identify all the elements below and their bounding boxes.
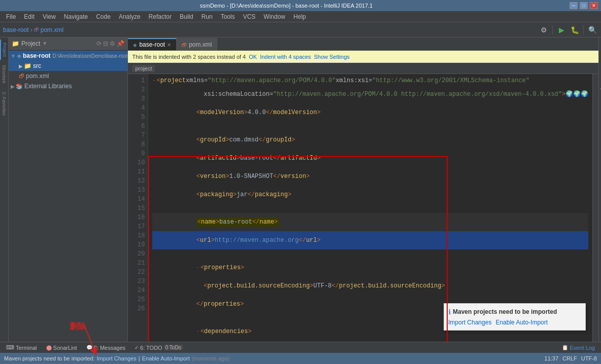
lib-icon: 📚 — [16, 83, 23, 90]
maven-popup-header: ℹ Maven projects need to be imported — [448, 308, 581, 316]
tree-item-pom-xml[interactable]: 🗗 pom.xml — [9, 71, 127, 81]
code-line-1: -<project xmlns="http://maven.apache.org… — [152, 76, 588, 85]
module-icon: ◈ — [17, 52, 21, 59]
status-time: 11:37 — [545, 355, 559, 361]
structure-tab-icon[interactable]: Structure — [1, 62, 8, 87]
toolbar-sep2 — [583, 25, 584, 34]
tab-pom-icon: 🗗 — [182, 42, 187, 48]
status-message: Maven projects need to be imported: — [4, 355, 95, 361]
editor-breadcrumb-project-tag: project — [132, 65, 155, 72]
favorites-tab-icon[interactable]: 2: Favorites — [1, 89, 8, 119]
menu-code[interactable]: Code — [92, 12, 115, 21]
menu-help[interactable]: Help — [289, 12, 310, 21]
maximize-button[interactable]: □ — [580, 2, 588, 9]
maven-popup-auto-link[interactable]: Enable Auto-Import — [495, 319, 548, 326]
menu-window[interactable]: Window — [259, 12, 289, 21]
notification-indent[interactable]: Indent with 4 spaces — [260, 54, 311, 60]
expand-arrow-ext: ▶ — [11, 84, 15, 89]
right-sidebar: Database Maven Projects Ant Build — [598, 38, 601, 342]
menu-edit[interactable]: Edit — [20, 12, 39, 21]
toolbar: base-root › 🗗 pom.xml ⚙ ▶ 🐛 🔍 — [0, 22, 601, 38]
menu-vcs[interactable]: VCS — [239, 12, 260, 21]
tab-base-root[interactable]: ◈ base-root ✕ — [128, 38, 177, 50]
project-tree: ▼ ◈ base-root D:\Ares\idea\ssmDemo\base-… — [9, 50, 127, 321]
maven-popup-import-link[interactable]: Import Changes — [448, 319, 491, 326]
menu-analyze[interactable]: Analyze — [115, 12, 145, 21]
toolbar-search-btn[interactable]: 🔍 — [587, 24, 598, 35]
code-line-9 — [152, 204, 588, 213]
window-controls: ─ □ ✕ — [570, 2, 598, 9]
maven-popup-title: Maven projects need to be imported — [453, 308, 557, 315]
toolbar-settings-btn[interactable]: ⚙ — [538, 24, 549, 35]
project-collapse-icon[interactable]: ⊟ — [103, 40, 108, 47]
code-editor[interactable]: 1 2 3 4 5 6 7 8 9 10 11 12 13 14 15 16 1… — [128, 74, 598, 342]
status-right: 11:37 CRLF UTF-8 — [545, 355, 597, 361]
notification-text: This file is indented with 2 spaces inst… — [132, 54, 246, 60]
menu-build[interactable]: Build — [176, 12, 197, 21]
menu-file[interactable]: File — [2, 12, 20, 21]
sonar-label: SonarLint — [53, 345, 77, 351]
status-left: Maven projects need to be imported: Impo… — [4, 355, 229, 361]
line-numbers: 1 2 3 4 5 6 7 8 9 10 11 12 13 14 15 16 1… — [128, 74, 148, 342]
menu-refactor[interactable]: Refactor — [145, 12, 176, 21]
menu-navigate[interactable]: Navigate — [60, 12, 92, 21]
breadcrumb-root[interactable]: base-root — [3, 26, 29, 33]
tree-item-ext-libs[interactable]: ▶ 📚 External Libraries — [9, 81, 127, 91]
project-dropdown-icon[interactable]: ▼ — [42, 41, 47, 46]
menu-bar: File Edit View Navigate Code Analyze Ref… — [0, 11, 601, 22]
status-time-ago: (moments ago) — [192, 355, 229, 361]
editor-scrollbar[interactable] — [592, 74, 598, 342]
status-line-ending[interactable]: CRLF — [562, 355, 577, 361]
notification-ok[interactable]: OK — [249, 54, 257, 60]
toolbar-debug-btn[interactable]: 🐛 — [569, 24, 580, 35]
todo-label: 6: TODO — [140, 345, 162, 351]
bottom-tabs: ⌨ Terminal ⬤ SonarLint 💬 0: Messages ✓ 6… — [0, 342, 601, 353]
bottom-tab-todo[interactable]: ✓ 6: TODO 0 ToDo — [130, 343, 187, 353]
right-tab-ant[interactable]: Ant Build — [599, 101, 601, 123]
toolbar-run-btn[interactable]: ▶ — [556, 24, 567, 35]
menu-tools[interactable]: Tools — [217, 12, 239, 21]
status-auto-import-link[interactable]: Enable Auto-Import — [142, 355, 190, 361]
status-import-link[interactable]: Import Changes — [97, 355, 137, 361]
project-title: Project — [21, 40, 40, 47]
project-folder-icon: 📁 — [12, 40, 19, 47]
tree-item-base-root[interactable]: ▼ ◈ base-root D:\Ares\idea\ssmDemo\base-… — [9, 51, 127, 61]
project-pin-icon[interactable]: 📌 — [117, 40, 124, 47]
tab-pom-xml[interactable]: 🗗 pom.xml — [177, 38, 217, 50]
close-button[interactable]: ✕ — [590, 2, 598, 9]
expand-arrow-base-root: ▼ — [11, 53, 16, 59]
fold-marker-17[interactable]: - — [196, 327, 199, 336]
tab-module-icon: ◈ — [133, 42, 137, 48]
project-sync-icon[interactable]: ⟳ — [96, 40, 102, 47]
right-tab-database[interactable]: Database — [599, 40, 601, 63]
project-tab-icon[interactable]: Project — [0, 40, 8, 60]
bottom-tab-terminal[interactable]: ⌨ Terminal — [2, 343, 41, 353]
project-panel-header: 📁 Project ▼ ⟳ ⊟ ⚙ 📌 — [9, 38, 127, 50]
menu-view[interactable]: View — [39, 12, 60, 21]
editor-area: ◈ base-root ✕ 🗗 pom.xml This file is ind… — [128, 38, 598, 342]
status-bar: Maven projects need to be imported: Impo… — [0, 353, 601, 364]
code-line-4 — [152, 122, 588, 131]
tab-base-root-label: base-root — [139, 41, 165, 48]
code-line-7: <version>1.0-SNAPSHOT</version> — [152, 167, 588, 186]
status-encoding[interactable]: UTF-8 — [581, 355, 597, 361]
tab-close-icon[interactable]: ✕ — [167, 42, 171, 48]
project-settings-icon[interactable]: ⚙ — [110, 40, 115, 47]
maven-popup-info-icon: ℹ — [448, 308, 451, 316]
toolbar-sep1 — [552, 25, 553, 34]
fold-marker-13[interactable]: - — [196, 263, 199, 272]
event-log-tab[interactable]: 📋 Event Log — [558, 343, 599, 353]
messages-label: 0: Messages — [94, 345, 125, 351]
breadcrumb-file[interactable]: pom.xml — [41, 26, 63, 33]
right-tab-maven[interactable]: Maven Projects — [599, 64, 601, 100]
minimize-button[interactable]: ─ — [570, 2, 578, 9]
code-content[interactable]: -<project xmlns="http://maven.apache.org… — [148, 74, 592, 342]
tree-item-src[interactable]: ▶ 📁 src — [9, 61, 127, 71]
terminal-icon: ⌨ — [6, 344, 14, 351]
bottom-tab-sonar[interactable]: ⬤ SonarLint — [42, 343, 81, 353]
bottom-tab-messages[interactable]: 💬 0: Messages — [82, 343, 129, 353]
fold-marker-1[interactable]: - — [152, 76, 155, 85]
notification-settings[interactable]: Show Settings — [314, 54, 349, 60]
maven-popup-links: Import Changes Enable Auto-Import — [448, 319, 581, 326]
menu-run[interactable]: Run — [197, 12, 217, 21]
